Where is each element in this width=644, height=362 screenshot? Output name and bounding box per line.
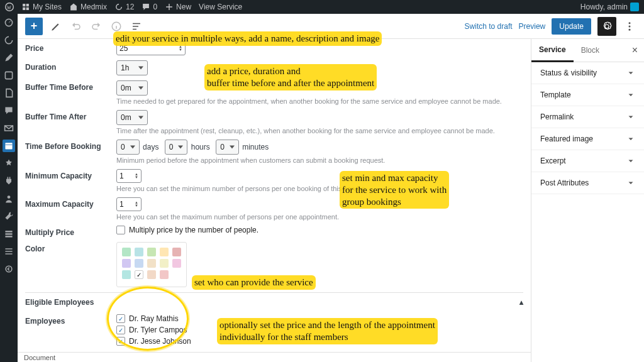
tbb-days-select[interactable]: 0 <box>116 140 140 155</box>
menu-bookit[interactable] <box>3 140 15 152</box>
switch-draft-link[interactable]: Switch to draft <box>465 22 513 31</box>
panel-post-attributes[interactable]: Post Attributes <box>531 172 644 194</box>
swatch[interactable] <box>147 270 156 279</box>
swatch-selected[interactable]: ✓ <box>135 270 143 279</box>
menu-dashboard[interactable] <box>3 16 15 29</box>
price-label: Price <box>25 41 116 53</box>
tbb-mins-select[interactable]: 0 <box>216 140 239 155</box>
eligible-employees-section[interactable]: Eligible Employees ▴ <box>25 292 523 312</box>
mysites-link[interactable]: My Sites <box>21 3 62 11</box>
new-link[interactable]: New <box>165 3 191 11</box>
edit-icon[interactable] <box>49 19 63 33</box>
tbb-mins-l: minutes <box>242 143 269 151</box>
add-block-button[interactable]: + <box>25 18 43 35</box>
svg-point-11 <box>629 25 631 27</box>
update-button[interactable]: Update <box>552 18 591 35</box>
svg-point-10 <box>629 22 631 24</box>
menu-plugins[interactable] <box>3 175 15 187</box>
panel-excerpt[interactable]: Excerpt <box>531 150 644 172</box>
svg-rect-3 <box>5 143 12 149</box>
swatch[interactable] <box>135 259 143 268</box>
wp-logo[interactable] <box>5 3 14 11</box>
comments-count: 0 <box>153 3 157 11</box>
menu-pages[interactable] <box>3 87 15 99</box>
view-service-link[interactable]: View Service <box>199 3 242 11</box>
editor-canvas: Price 25▲▼ Duration 1h Buffer Time Befor… <box>18 39 531 352</box>
chevron-down-icon <box>626 112 635 121</box>
sitename-link[interactable]: Medmix <box>69 3 107 11</box>
tbb-hint: Minimum period before the appointment wh… <box>116 156 523 164</box>
redo-icon[interactable] <box>89 19 103 33</box>
panel-status[interactable]: Status & visibility <box>531 62 644 84</box>
menu-comments[interactable] <box>3 104 15 117</box>
swatch[interactable] <box>147 259 156 268</box>
employee-name: Dr. Jesse Johnson <box>129 337 191 346</box>
multiply-checkbox[interactable] <box>116 226 125 234</box>
chevron-down-icon <box>626 156 635 165</box>
buffer-before-select[interactable]: 0m <box>116 80 148 96</box>
swatch[interactable] <box>122 259 131 268</box>
menu-mail[interactable] <box>3 122 15 134</box>
howdy-link[interactable]: Howdy, admin <box>580 3 639 11</box>
swatch[interactable] <box>122 270 131 279</box>
swatch[interactable] <box>160 270 169 279</box>
employees-label: Employees <box>25 314 116 326</box>
swatch[interactable] <box>160 259 169 268</box>
menu-extra1[interactable] <box>3 245 15 258</box>
tab-service[interactable]: Service <box>531 39 574 62</box>
buffer-after-hint: Time after the appointment (rest, cleanu… <box>116 127 523 134</box>
menu-posts[interactable] <box>3 52 15 64</box>
more-icon[interactable] <box>623 19 636 33</box>
tab-block[interactable]: Block <box>574 40 607 61</box>
tbb-hours-select[interactable]: 0 <box>165 140 188 155</box>
updates-link[interactable]: 12 <box>114 3 134 11</box>
comments-link[interactable]: 0 <box>142 3 157 11</box>
menu-collapse[interactable] <box>3 263 15 275</box>
menu-media[interactable] <box>3 69 15 82</box>
svg-point-8 <box>6 266 12 272</box>
menu-updates[interactable] <box>3 34 15 47</box>
spinner-icon[interactable]: ▲▼ <box>135 173 138 179</box>
settings-gear-button[interactable] <box>597 17 616 36</box>
swatch[interactable] <box>122 248 131 256</box>
employee-checkbox[interactable] <box>116 326 125 334</box>
adminbar: My Sites Medmix 12 0 New View Service Ho… <box>0 0 644 14</box>
tbb-days-l: days <box>143 143 158 151</box>
color-swatches: ✓ <box>116 242 187 287</box>
buffer-before-label: Buffer Time Before <box>25 80 116 92</box>
panel-template[interactable]: Template <box>531 84 644 106</box>
preview-link[interactable]: Preview <box>519 22 546 31</box>
price-input[interactable]: 25▲▼ <box>116 41 186 55</box>
employee-checkbox[interactable] <box>116 337 125 346</box>
menu-appearance[interactable] <box>3 157 15 170</box>
employee-checkbox[interactable] <box>116 314 125 323</box>
spinner-icon[interactable]: ▲▼ <box>179 45 182 52</box>
swatch[interactable] <box>172 248 181 256</box>
menu-tools[interactable] <box>3 210 15 222</box>
viewservice-label: View Service <box>199 3 242 11</box>
undo-icon[interactable] <box>69 19 83 33</box>
swatch[interactable] <box>147 248 156 256</box>
panel-permalink[interactable]: Permalink <box>531 106 644 128</box>
min-cap-input[interactable]: 1▲▼ <box>116 169 142 183</box>
menu-settings[interactable] <box>3 228 15 240</box>
buffer-after-select[interactable]: 0m <box>116 110 148 125</box>
swatch[interactable] <box>160 248 169 256</box>
info-icon[interactable] <box>109 19 123 33</box>
duration-select[interactable]: 1h <box>116 60 148 75</box>
new-label: New <box>176 3 191 11</box>
mysites-label: My Sites <box>33 3 62 11</box>
min-cap-label: Minimum Capacity <box>25 169 116 180</box>
close-settings-icon[interactable]: × <box>626 45 644 56</box>
swatch[interactable] <box>172 259 181 268</box>
panel-featured-image[interactable]: Featured image <box>531 128 644 150</box>
outline-icon[interactable] <box>130 19 143 33</box>
swatch[interactable] <box>135 248 143 256</box>
tbb-label: Time Before Booking <box>25 140 116 151</box>
editor-toolbar: + Switch to draft Preview Update <box>18 14 644 39</box>
spinner-icon[interactable]: ▲▼ <box>135 201 138 207</box>
max-cap-hint: Here you can set the maximum number of p… <box>116 213 523 221</box>
footer-breadcrumb[interactable]: Document <box>18 352 531 362</box>
max-cap-input[interactable]: 1▲▼ <box>116 197 142 211</box>
menu-users[interactable] <box>3 192 15 205</box>
